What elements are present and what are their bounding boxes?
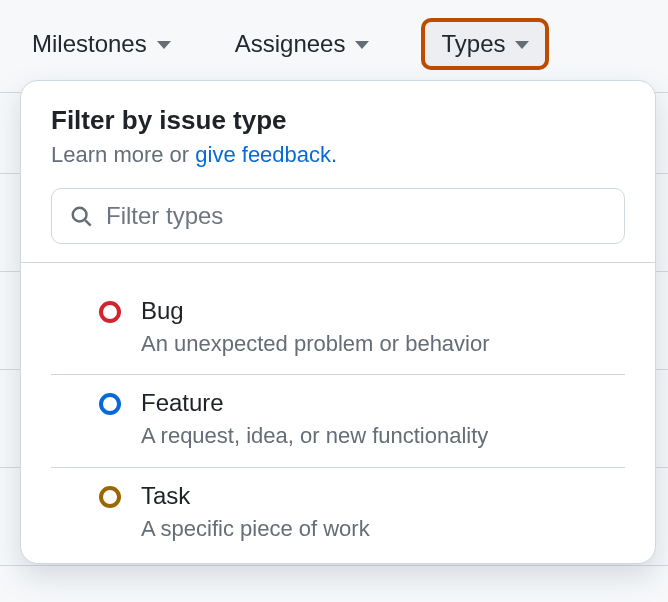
- search-icon: [70, 205, 92, 227]
- type-description: A specific piece of work: [141, 515, 370, 544]
- search-box[interactable]: [51, 188, 625, 244]
- issue-type-option-bug[interactable]: Bug An unexpected problem or behavior: [51, 283, 625, 375]
- filter-tab-milestones[interactable]: Milestones: [20, 24, 183, 64]
- filter-tab-types[interactable]: Types: [421, 18, 549, 70]
- issue-type-option-task[interactable]: Task A specific piece of work: [51, 468, 625, 551]
- type-name: Feature: [141, 389, 488, 418]
- chevron-down-icon: [355, 41, 369, 49]
- type-color-ring-icon: [99, 486, 121, 508]
- chevron-down-icon: [515, 41, 529, 49]
- type-description: A request, idea, or new functionality: [141, 422, 488, 451]
- filter-types-input[interactable]: [104, 201, 606, 231]
- issue-type-list: Bug An unexpected problem or behavior Fe…: [21, 263, 655, 563]
- panel-header: Filter by issue type Learn more or give …: [21, 81, 655, 174]
- type-text: Feature A request, idea, or new function…: [141, 389, 488, 450]
- type-color-ring-icon: [99, 393, 121, 415]
- chevron-down-icon: [157, 41, 171, 49]
- types-filter-panel: Filter by issue type Learn more or give …: [20, 80, 656, 564]
- type-color-ring-icon: [99, 301, 121, 323]
- filter-tab-label: Types: [441, 30, 505, 58]
- type-text: Task A specific piece of work: [141, 482, 370, 543]
- give-feedback-link[interactable]: give feedback.: [195, 142, 337, 167]
- type-name: Task: [141, 482, 370, 511]
- issue-type-option-feature[interactable]: Feature A request, idea, or new function…: [51, 375, 625, 467]
- search-section: [21, 174, 655, 263]
- panel-subtitle: Learn more or give feedback.: [51, 142, 625, 168]
- type-text: Bug An unexpected problem or behavior: [141, 297, 490, 358]
- filter-tab-label: Assignees: [235, 30, 346, 58]
- svg-point-0: [73, 208, 87, 222]
- filter-tab-assignees[interactable]: Assignees: [223, 24, 382, 64]
- type-description: An unexpected problem or behavior: [141, 330, 490, 359]
- filter-tab-label: Milestones: [32, 30, 147, 58]
- svg-line-1: [85, 220, 91, 226]
- panel-subtitle-text: Learn more or: [51, 142, 195, 167]
- panel-title: Filter by issue type: [51, 105, 625, 136]
- type-name: Bug: [141, 297, 490, 326]
